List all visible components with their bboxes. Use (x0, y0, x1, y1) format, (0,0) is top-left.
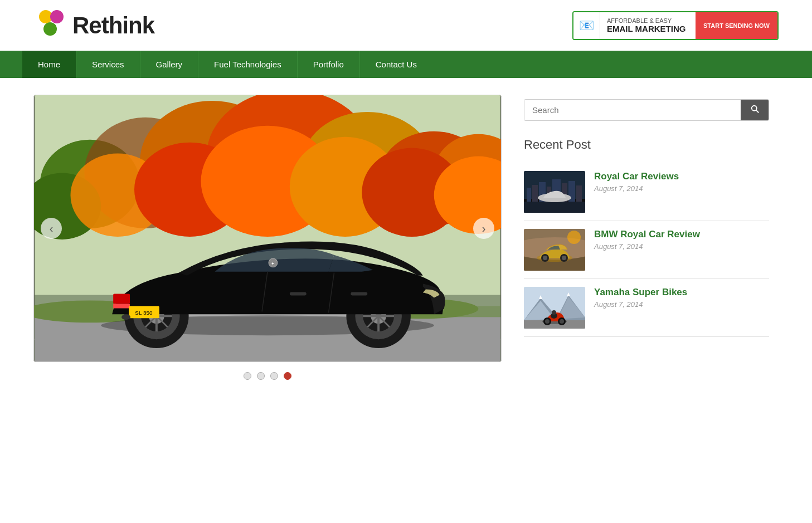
nav-link-home[interactable]: Home (22, 51, 76, 78)
svg-point-81 (560, 319, 564, 324)
post-item-3[interactable]: Yamaha Super Bikes August 7, 2014 (524, 279, 769, 337)
post-thumb-3 (524, 287, 585, 329)
post-thumb-2 (524, 229, 585, 271)
slider-dot-3[interactable] (270, 372, 278, 380)
svg-text:✦: ✦ (271, 261, 275, 266)
nav-item-services[interactable]: Services (76, 51, 140, 78)
post-thumb-image-1 (524, 171, 585, 213)
nav-link-fuel[interactable]: Fuel Technologies (198, 51, 297, 78)
post-date-1: August 7, 2014 (594, 184, 679, 193)
slider-dot-2[interactable] (257, 372, 265, 380)
nav-item-portfolio[interactable]: Portfolio (297, 51, 359, 78)
svg-rect-43 (113, 304, 130, 308)
post-thumb-1 (524, 171, 585, 213)
svg-rect-58 (576, 185, 582, 202)
circle-green (43, 22, 57, 36)
post-item-1[interactable]: Royal Car Reviews August 7, 2014 (524, 163, 769, 221)
search-button[interactable] (741, 100, 769, 120)
slider-dot-1[interactable] (244, 372, 251, 380)
logo[interactable]: Rethink (33, 10, 154, 41)
nav-link-gallery[interactable]: Gallery (140, 51, 198, 78)
sidebar: Recent Post (524, 95, 769, 380)
recent-post-heading: Recent Post (524, 138, 769, 152)
svg-point-79 (545, 319, 550, 324)
svg-rect-51 (527, 188, 531, 202)
logo-circles (33, 10, 67, 41)
post-date-3: August 7, 2014 (594, 300, 687, 309)
svg-rect-42 (113, 294, 130, 304)
nav-item-gallery[interactable]: Gallery (140, 51, 198, 78)
nav-item-home[interactable]: Home (22, 51, 76, 78)
post-info-1: Royal Car Reviews August 7, 2014 (594, 171, 679, 193)
circle-pink (50, 10, 64, 23)
nav-link-services[interactable]: Services (76, 51, 140, 78)
site-header: Rethink 📧 Affordable & Easy Email Market… (0, 0, 812, 51)
main-nav: Home Services Gallery Fuel Technologies … (0, 51, 812, 78)
slider-image: SL 350 ✦ (34, 95, 501, 361)
slider-section: SL 350 ✦ ‹ › (33, 95, 502, 380)
ad-bottom-line: Email Marketing (607, 24, 689, 33)
slider-prev-button[interactable]: ‹ (41, 218, 62, 239)
svg-point-69 (567, 231, 581, 244)
svg-rect-59 (524, 202, 585, 213)
post-info-2: BMW Royal Car Review August 7, 2014 (594, 229, 700, 251)
slider-next-button[interactable]: › (473, 218, 494, 239)
post-info-3: Yamaha Super Bikes August 7, 2014 (594, 287, 687, 309)
main-content: SL 350 ✦ ‹ › (0, 78, 803, 397)
post-title-3[interactable]: Yamaha Super Bikes (594, 287, 687, 298)
svg-point-66 (543, 256, 547, 260)
slider-container: SL 350 ✦ ‹ › (33, 95, 502, 362)
slider-dot-4[interactable] (284, 372, 291, 380)
post-date-2: August 7, 2014 (594, 242, 700, 251)
nav-list: Home Services Gallery Fuel Technologies … (0, 51, 812, 78)
nav-item-contact[interactable]: Contact Us (359, 51, 432, 78)
svg-rect-52 (532, 185, 538, 202)
svg-point-68 (562, 256, 566, 260)
post-thumb-image-2 (524, 229, 585, 271)
mailget-logo: 📧 (579, 18, 594, 33)
svg-rect-41 (351, 292, 367, 296)
post-thumb-image-3 (524, 287, 585, 329)
ad-banner[interactable]: 📧 Affordable & Easy Email Marketing Star… (572, 11, 779, 40)
ad-banner-text: Affordable & Easy Email Marketing (600, 15, 696, 36)
post-title-1[interactable]: Royal Car Reviews (594, 171, 679, 182)
search-input[interactable] (524, 100, 741, 120)
nav-link-portfolio[interactable]: Portfolio (298, 51, 359, 78)
search-icon (750, 104, 760, 114)
search-box (524, 99, 769, 121)
post-item-2[interactable]: BMW Royal Car Review August 7, 2014 (524, 221, 769, 279)
svg-point-83 (552, 310, 556, 315)
ad-top-line: Affordable & Easy (607, 17, 689, 24)
slider-dots (33, 372, 502, 380)
ad-cta-button[interactable]: Start Sending Now (696, 12, 777, 39)
nav-link-contact[interactable]: Contact Us (360, 51, 432, 78)
svg-point-48 (121, 314, 130, 320)
svg-rect-40 (290, 292, 307, 296)
logo-text: Rethink (72, 12, 154, 39)
mailget-icon-area: 📧 (573, 12, 600, 39)
post-title-2[interactable]: BMW Royal Car Review (594, 229, 700, 240)
svg-text:SL 350: SL 350 (135, 310, 153, 316)
nav-item-fuel[interactable]: Fuel Technologies (198, 51, 297, 78)
